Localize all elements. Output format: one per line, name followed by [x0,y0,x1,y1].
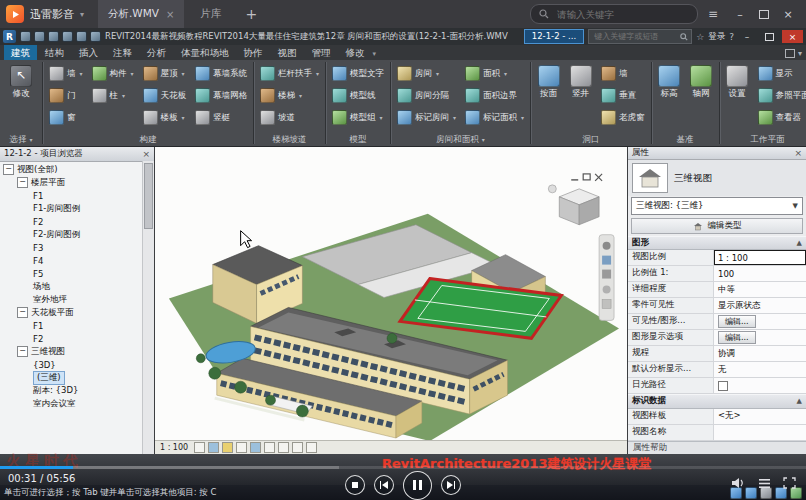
volume-icon[interactable] [731,477,746,489]
project-browser-header[interactable]: 12-1-2 - 项目浏览器 × [0,147,154,162]
area-button[interactable]: 面积 [463,63,526,84]
floor-button[interactable]: 楼板 [141,107,189,128]
tab-overflow-caret-icon[interactable]: ▾ [373,50,380,60]
tree-item[interactable]: 室内会议室 [0,397,143,410]
edit-button[interactable]: 编辑... [718,315,756,328]
revit-logo[interactable]: R [3,30,16,43]
roof-button[interactable]: 屋顶 [141,63,189,84]
tree-item[interactable]: −天花板平面 [0,306,143,319]
level-button[interactable]: 标高 [656,63,683,98]
area-boundary-button[interactable]: 面积边界 [463,85,526,106]
browser-scrollbar[interactable] [142,161,154,454]
panel-label-opening[interactable]: 洞口 [531,133,651,146]
sun-path-checkbox[interactable] [718,381,728,391]
help-icon[interactable]: ? [729,32,734,42]
tab-structure[interactable]: 结构 [38,45,71,60]
navigation-bar[interactable] [599,235,614,321]
tab-architecture[interactable]: 建筑 [4,45,37,60]
show-workplane-button[interactable]: 显示 [756,63,806,84]
tree-item[interactable]: −视图(全部) [0,163,143,176]
component-button[interactable]: 构件 [90,63,136,84]
view-window-controls[interactable] [571,174,602,181]
playlist-icon[interactable] [758,478,771,489]
door-button[interactable]: 门 [47,85,85,106]
collapse-icon[interactable]: − [17,346,28,357]
model-text-button[interactable]: 模型文字 [330,63,386,84]
properties-help-link[interactable]: 属性帮助 [628,441,806,454]
stop-button[interactable] [345,475,365,495]
panel-close-icon[interactable]: × [794,148,802,158]
new-tab-button[interactable]: + [237,6,265,22]
wall-button[interactable]: 墙 [47,63,85,84]
revit-close-button[interactable]: × [782,30,803,43]
tree-item[interactable]: 场地 [0,280,143,293]
grid-button[interactable]: 轴网 [688,63,715,98]
tree-item-selected[interactable]: (三维) [0,371,143,384]
section-graphics[interactable]: 图形▲ [628,236,806,250]
tree-item[interactable]: 副本: {3D} [0,384,143,397]
favorites-star-icon[interactable]: ☆ [696,32,704,42]
infocenter-search-input[interactable] [592,31,677,42]
tab-modify[interactable]: 修改 [339,45,372,60]
tab-manage[interactable]: 管理 [305,45,338,60]
panel-label-room-area[interactable]: 房间和面积 [391,133,530,146]
panel-label-circulation[interactable]: 楼梯坡道 [254,133,325,146]
panel-label-select[interactable]: 选择 [0,133,42,146]
panel-label-build[interactable]: 构建 [43,133,253,146]
panel-close-icon[interactable]: × [142,149,150,159]
collapse-icon[interactable]: − [17,177,28,188]
player-search[interactable] [530,4,698,24]
tag-room-button[interactable]: 标记房间 [395,107,458,128]
player-logo-text[interactable]: 迅雷影音 [30,7,74,22]
tree-item[interactable]: F1 [0,319,143,332]
view-cube[interactable] [548,185,599,225]
curtain-system-button[interactable]: 幕墙系统 [193,63,249,84]
view-scale-value[interactable]: 1 : 100 [714,250,806,265]
tree-item[interactable]: F1-房间图例 [0,202,143,215]
shadows-icon[interactable] [236,442,247,453]
tab-close-icon[interactable]: × [166,9,174,20]
tree-item[interactable]: −楼层平面 [0,176,143,189]
ceiling-button[interactable]: 天花板 [141,85,189,106]
column-button[interactable]: 柱 [90,85,136,106]
model-3d-view[interactable] [155,147,627,441]
tab-insert[interactable]: 插入 [72,45,105,60]
tree-item[interactable]: {3D} [0,358,143,371]
model-line-button[interactable]: 模型线 [330,85,386,106]
quick-access-toolbar[interactable] [20,31,101,42]
mullion-button[interactable]: 竖梃 [193,107,249,128]
panel-label-model[interactable]: 模型 [326,133,390,146]
tree-item[interactable]: −三维视图 [0,345,143,358]
collapse-icon[interactable]: − [3,164,14,175]
fullscreen-icon[interactable] [783,477,796,489]
tab-massing-site[interactable]: 体量和场地 [174,45,236,60]
collapse-icon[interactable]: − [17,307,28,318]
section-identity-data[interactable]: 标识数据▲ [628,394,806,408]
next-button[interactable] [441,475,461,495]
play-pause-button[interactable] [403,471,432,500]
minimize-button[interactable]: – [728,4,752,24]
ref-plane-button[interactable]: 参照平面 [756,85,806,106]
tree-item[interactable]: F1 [0,189,143,202]
revit-minimize-button[interactable]: – [738,30,756,43]
room-separator-button[interactable]: 房间分隔 [395,85,458,106]
set-workplane-button[interactable]: 设置 [724,63,751,98]
infocenter-search[interactable] [588,29,692,44]
by-face-button[interactable]: 按面 [535,63,562,98]
sun-path-icon[interactable] [222,442,233,453]
visual-style-icon[interactable] [208,442,219,453]
tree-item[interactable]: F5 [0,267,143,280]
tree-item[interactable]: F2-房间图例 [0,228,143,241]
crop-region-icon[interactable] [278,442,289,453]
tab-annotate[interactable]: 注释 [106,45,139,60]
main-menu-icon[interactable]: ≡ [704,7,722,21]
dormer-button[interactable]: 老虎窗 [599,107,647,128]
search-input[interactable] [555,8,689,21]
tab-collaborate[interactable]: 协作 [237,45,270,60]
view-scale[interactable]: 1 : 100 [160,443,188,452]
detail-level-icon[interactable] [194,442,205,453]
drawing-area[interactable]: 1 : 100 [155,147,627,454]
scrollbar-thumb[interactable] [144,163,153,229]
temporary-hide-icon[interactable] [292,442,303,453]
ribbon-collapse-icon[interactable]: ▾ [785,49,802,60]
